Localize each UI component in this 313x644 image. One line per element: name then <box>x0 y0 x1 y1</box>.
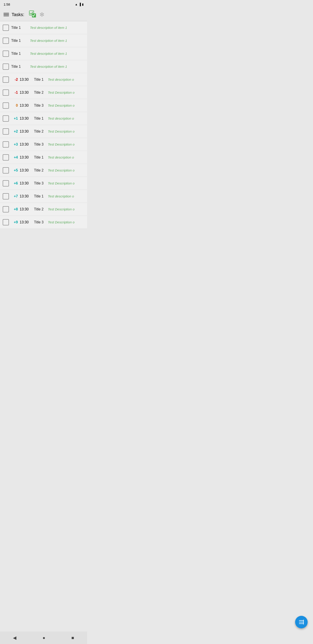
task-priority: +2 <box>11 130 18 134</box>
signal-icon: ▐ <box>79 3 81 6</box>
task-priority: -2 <box>11 78 18 82</box>
task-time: 13:30 <box>20 156 31 160</box>
task-item: Title 1Test description of item 1 <box>0 60 87 73</box>
task-desc: Test Description o <box>48 207 84 211</box>
home-button[interactable]: ● <box>38 634 50 642</box>
app-bar: Tasks: ❄ <box>0 8 87 21</box>
task-list: Title 1Test description of item 1Title 1… <box>0 21 87 229</box>
task-time: 13:30 <box>20 90 31 94</box>
tasks-check-icon[interactable] <box>29 10 36 19</box>
task-title: Title 2 <box>34 207 45 211</box>
task-title: Title 3 <box>34 181 45 185</box>
task-item: +113:30Title 1Test description o <box>0 112 87 125</box>
task-checkbox[interactable] <box>3 90 9 96</box>
task-desc: Test description o <box>48 194 84 198</box>
task-priority: +1 <box>11 116 18 120</box>
task-time: 13:30 <box>20 104 31 108</box>
status-time: 1:58 <box>3 2 10 6</box>
task-checkbox[interactable] <box>3 76 9 83</box>
task-checkbox[interactable] <box>3 206 9 212</box>
task-desc: Test Description o <box>48 90 84 94</box>
task-checkbox[interactable] <box>3 38 9 44</box>
task-desc: Test Description o <box>48 142 84 146</box>
task-item: -113:30Title 2Test Description o <box>0 86 87 99</box>
status-bar: 1:58 ▲ ▐ ▮ <box>0 0 87 8</box>
task-checkbox[interactable] <box>3 141 9 148</box>
task-checkbox[interactable] <box>3 50 9 57</box>
task-title: Title 3 <box>34 104 45 108</box>
task-checkbox[interactable] <box>3 154 9 160</box>
task-item: +813:30Title 2Test Description o <box>0 203 87 216</box>
task-item: +413:30Title 1Test description o <box>0 151 87 164</box>
task-title: Title 1 <box>11 52 27 56</box>
task-title: Title 1 <box>34 156 45 160</box>
task-title: Title 2 <box>34 90 45 94</box>
wifi-icon: ▲ <box>75 3 78 6</box>
task-checkbox[interactable] <box>3 64 9 70</box>
task-title: Title 3 <box>34 142 45 146</box>
task-item: 013:30Title 3Test Description o <box>0 99 87 112</box>
task-checkbox[interactable] <box>3 116 9 122</box>
task-title: Title 3 <box>34 220 45 224</box>
back-button[interactable]: ◀ <box>8 633 21 642</box>
task-title: Title 1 <box>34 194 45 198</box>
task-desc: Test description of item 1 <box>30 64 84 68</box>
task-checkbox[interactable] <box>3 128 9 134</box>
task-priority: +8 <box>11 207 18 211</box>
task-desc: Test Description o <box>48 220 84 224</box>
task-time: 13:30 <box>20 130 31 134</box>
task-desc: Test description of item 1 <box>30 26 84 30</box>
task-time: 13:30 <box>20 207 31 211</box>
task-checkbox[interactable] <box>3 167 9 174</box>
task-desc: Test description o <box>48 116 84 120</box>
task-title: Title 1 <box>11 64 27 69</box>
task-title: Title 2 <box>34 168 45 172</box>
task-item: +913:30Title 3Test Description o <box>0 216 87 229</box>
task-priority: +4 <box>11 156 18 160</box>
task-desc: Test description o <box>48 156 84 159</box>
task-desc: Test Description o <box>48 168 84 172</box>
task-checkbox[interactable] <box>3 24 9 31</box>
task-time: 13:30 <box>20 78 31 82</box>
task-time: 13:30 <box>20 116 31 120</box>
task-priority: +7 <box>11 194 18 198</box>
task-checkbox[interactable] <box>3 102 9 109</box>
status-icons: ▲ ▐ ▮ <box>75 3 83 6</box>
task-desc: Test Description o <box>48 104 84 107</box>
task-title: Title 1 <box>34 116 45 120</box>
task-priority: +3 <box>11 142 18 146</box>
task-desc: Test description of item 1 <box>30 39 84 42</box>
recent-button[interactable]: ■ <box>67 634 78 642</box>
task-title: Title 2 <box>34 130 45 134</box>
task-item: -213:30Title 1Test description o <box>0 73 87 86</box>
nav-bar: ◀ ● ■ <box>0 632 87 644</box>
task-item: +313:30Title 3Test Description o <box>0 138 87 151</box>
task-desc: Test Description o <box>48 181 84 185</box>
settings-icon[interactable]: ❄ <box>38 11 46 18</box>
task-title: Title 1 <box>11 26 27 30</box>
task-time: 13:30 <box>20 181 31 185</box>
task-desc: Test Description o <box>48 130 84 133</box>
task-item: Title 1Test description of item 1 <box>0 34 87 47</box>
task-time: 13:30 <box>20 168 31 172</box>
task-priority: +5 <box>11 168 18 172</box>
task-item: Title 1Test description of item 1 <box>0 47 87 60</box>
title-icons: ❄ <box>29 10 46 19</box>
empty-area <box>0 229 87 274</box>
task-time: 13:30 <box>20 142 31 146</box>
task-item: +513:30Title 2Test Description o <box>0 164 87 177</box>
task-item: +713:30Title 1Test description o <box>0 190 87 203</box>
task-checkbox[interactable] <box>3 180 9 186</box>
task-priority: +9 <box>11 220 18 224</box>
task-item: +613:30Title 3Test Description o <box>0 177 87 190</box>
task-priority: -1 <box>11 90 18 94</box>
task-item: Title 1Test description of item 1 <box>0 21 87 34</box>
task-title: Title 1 <box>34 78 45 82</box>
task-time: 13:30 <box>20 194 31 198</box>
task-desc: Test description of item 1 <box>30 52 84 56</box>
task-title: Title 1 <box>11 39 27 43</box>
task-checkbox[interactable] <box>3 219 9 226</box>
task-checkbox[interactable] <box>3 193 9 200</box>
menu-icon[interactable] <box>3 13 9 16</box>
task-desc: Test description o <box>48 78 84 82</box>
